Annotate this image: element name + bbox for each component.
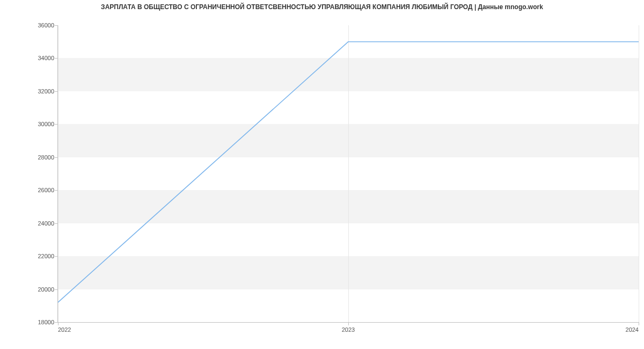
y-tick-label: 18000	[11, 319, 54, 325]
x-tick	[639, 322, 639, 325]
y-tick	[55, 256, 58, 257]
x-tick-label: 2024	[606, 326, 639, 333]
y-tick	[55, 289, 58, 290]
y-tick-label: 28000	[11, 154, 54, 161]
y-tick-label: 24000	[11, 220, 54, 227]
y-tick	[55, 25, 58, 26]
x-tick	[58, 322, 58, 325]
chart-title: ЗАРПЛАТА В ОБЩЕСТВО С ОГРАНИЧЕННОЙ ОТВЕТ…	[0, 3, 644, 11]
y-tick	[55, 157, 58, 158]
y-tick	[55, 223, 58, 224]
vertical-gridline	[639, 25, 639, 322]
y-tick-label: 32000	[11, 88, 54, 94]
y-tick-label: 34000	[11, 55, 54, 61]
y-tick-label: 22000	[11, 253, 54, 259]
plot-area	[58, 25, 639, 322]
y-tick	[55, 58, 58, 59]
y-tick	[55, 190, 58, 191]
x-tick	[348, 322, 349, 325]
x-tick-label: 2022	[58, 326, 90, 333]
y-tick-label: 36000	[11, 22, 54, 28]
y-tick-label: 26000	[11, 187, 54, 193]
y-tick-label: 30000	[11, 121, 54, 127]
x-tick-label: 2023	[332, 326, 364, 333]
y-axis-line	[57, 25, 58, 322]
chart-container: ЗАРПЛАТА В ОБЩЕСТВО С ОГРАНИЧЕННОЙ ОТВЕТ…	[0, 0, 644, 349]
vertical-gridline	[58, 25, 58, 322]
y-tick	[55, 91, 58, 92]
vertical-gridline	[348, 25, 349, 322]
y-tick-label: 20000	[11, 286, 54, 293]
y-tick	[55, 124, 58, 125]
